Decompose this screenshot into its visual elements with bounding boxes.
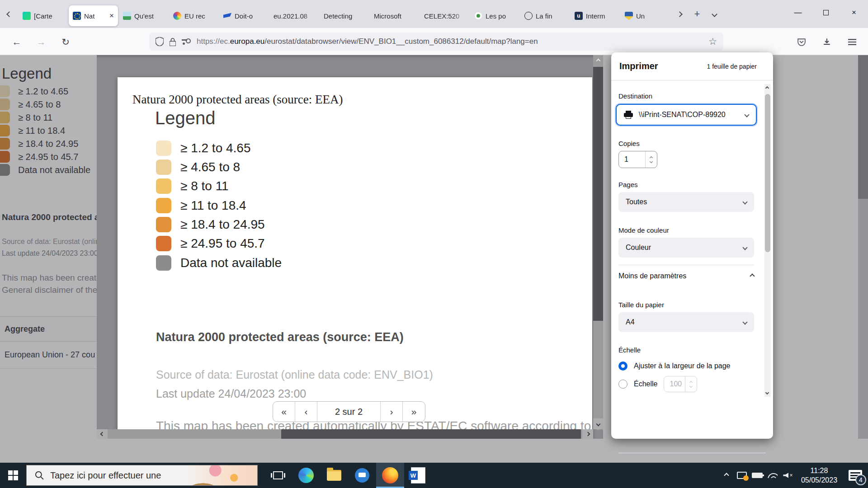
crest-favicon bbox=[625, 12, 633, 20]
list-all-tabs-button[interactable] bbox=[706, 5, 723, 23]
scale-radio-row[interactable]: Échelle 100 bbox=[618, 376, 697, 392]
print-preview-panel: Natura 2000 protected areas (source: EEA… bbox=[97, 55, 603, 439]
tab-doit[interactable]: Doit-o bbox=[219, 5, 269, 26]
scale-stepper[interactable] bbox=[685, 376, 697, 392]
wifi-tray-icon[interactable] bbox=[765, 463, 780, 488]
muted-speaker-tray-icon[interactable]: × bbox=[780, 463, 796, 488]
bookmark-star-icon[interactable]: ☆ bbox=[708, 36, 717, 47]
copies-stepper[interactable] bbox=[645, 151, 657, 168]
tab-la-fin[interactable]: La fin bbox=[520, 5, 570, 26]
teams-button[interactable] bbox=[348, 463, 376, 488]
scroll-left-arrow[interactable] bbox=[97, 429, 108, 439]
url-bar[interactable]: https://ec.europa.eu/eurostat/databrowse… bbox=[149, 33, 723, 51]
edge-taskbar-button[interactable] bbox=[292, 463, 320, 488]
legend-item: ≥ 18.4 to 24.95 bbox=[156, 215, 265, 234]
shield-icon[interactable] bbox=[156, 37, 164, 46]
divider bbox=[618, 453, 766, 453]
minimize-button[interactable]: — bbox=[784, 0, 812, 25]
tab-label: EU rec bbox=[184, 12, 214, 20]
tab-label: [Carte bbox=[34, 12, 64, 20]
tab-scroll-right-button[interactable] bbox=[670, 0, 689, 28]
preview-legend-title: Legend bbox=[155, 108, 215, 128]
firefox-button-active[interactable] bbox=[376, 463, 404, 488]
sheet-count-label: 1 feuille de papier bbox=[707, 63, 757, 70]
pager-page-label: 2 sur 2 bbox=[317, 402, 381, 422]
pager-last-button[interactable]: » bbox=[403, 402, 425, 422]
scroll-down-arrow[interactable] bbox=[593, 418, 603, 429]
less-settings-toggle[interactable]: Moins de paramètres bbox=[618, 268, 754, 284]
download-icon[interactable] bbox=[819, 34, 835, 50]
tab-label: Interm bbox=[586, 12, 616, 20]
dialog-scrollbar-thumb[interactable] bbox=[765, 94, 770, 252]
radio-unselected-icon[interactable] bbox=[618, 380, 627, 389]
pocket-icon[interactable] bbox=[794, 34, 809, 50]
reload-button[interactable]: ↻ bbox=[58, 34, 73, 50]
scale-option-label: Échelle bbox=[634, 380, 657, 388]
legend-swatch bbox=[156, 160, 171, 175]
scroll-up-arrow[interactable] bbox=[765, 86, 769, 90]
notification-center-button[interactable]: 4 bbox=[843, 463, 868, 488]
tab-detecting[interactable]: Detecting bbox=[320, 5, 369, 26]
tab-close-icon[interactable]: × bbox=[109, 11, 114, 20]
menu-hamburger-icon[interactable] bbox=[844, 34, 860, 50]
tray-expand-button[interactable] bbox=[719, 463, 734, 488]
screen: [Carte Nat× Qu'est EU rec Doit-o eu.2021… bbox=[0, 0, 868, 488]
display-sync-tray-icon[interactable] bbox=[734, 463, 750, 488]
file-explorer-button[interactable] bbox=[320, 463, 348, 488]
tab-un[interactable]: Un bbox=[621, 5, 670, 26]
scale-input[interactable]: 100 bbox=[664, 376, 697, 392]
tab-quest[interactable]: Qu'est bbox=[119, 5, 168, 26]
tab-eu-rec[interactable]: EU rec bbox=[169, 5, 218, 26]
back-button[interactable]: ← bbox=[9, 34, 24, 50]
dialog-scrollbar[interactable] bbox=[764, 84, 771, 397]
taskbar-clock[interactable]: 11:28 05/05/2023 bbox=[796, 466, 843, 485]
task-view-button[interactable] bbox=[264, 463, 292, 488]
tab-carte[interactable]: [Carte bbox=[19, 5, 68, 26]
paper-size-select[interactable]: A4 bbox=[618, 312, 754, 332]
destination-select[interactable]: \\iPrint-SENAT\COP-89920 bbox=[616, 104, 757, 126]
forward-button[interactable]: → bbox=[33, 34, 49, 50]
tab-scroll-left-button[interactable] bbox=[0, 0, 18, 28]
battery-tray-icon[interactable] bbox=[750, 463, 765, 488]
permissions-icon[interactable] bbox=[182, 38, 191, 45]
tab-interm[interactable]: uInterm bbox=[571, 5, 620, 26]
scroll-down-arrow[interactable] bbox=[765, 391, 769, 394]
preview-vertical-scrollbar[interactable] bbox=[593, 55, 603, 429]
preview-source-line: Source of data: Eurostat (online data co… bbox=[156, 368, 433, 381]
tab-label: eu.2021.08 bbox=[274, 12, 315, 20]
tab-natura-active[interactable]: Nat× bbox=[69, 5, 118, 26]
print-preview-page: Natura 2000 protected areas (source: EEA… bbox=[118, 77, 592, 439]
maximize-button[interactable] bbox=[812, 0, 840, 25]
scroll-up-arrow[interactable] bbox=[593, 55, 603, 66]
paper-size-value: A4 bbox=[626, 318, 635, 326]
pager-next-button[interactable]: › bbox=[381, 402, 403, 422]
preview-last-update: Last update 24/04/2023 23:00 bbox=[156, 387, 306, 400]
preview-horizontal-scrollbar[interactable] bbox=[97, 429, 593, 439]
tab-eu2021[interactable]: eu.2021.08 bbox=[269, 5, 319, 26]
pages-select[interactable]: Toutes bbox=[618, 192, 754, 212]
preview-map-title: Natura 2000 protected areas (source: EEA… bbox=[156, 330, 404, 344]
pages-value: Toutes bbox=[626, 198, 647, 206]
scroll-right-arrow[interactable] bbox=[582, 429, 593, 439]
tab-les-po[interactable]: Les po bbox=[470, 5, 519, 26]
chevron-down-icon bbox=[712, 11, 717, 17]
close-button[interactable]: × bbox=[840, 0, 868, 25]
radio-selected-icon[interactable] bbox=[618, 361, 627, 371]
new-tab-button[interactable]: + bbox=[689, 5, 706, 23]
start-button[interactable] bbox=[0, 463, 26, 488]
pager-first-button[interactable]: « bbox=[273, 402, 295, 422]
destination-label: Destination bbox=[618, 92, 652, 100]
copies-input[interactable]: 1 bbox=[618, 151, 657, 168]
preview-hscroll-thumb[interactable] bbox=[281, 429, 581, 439]
lock-icon[interactable] bbox=[170, 38, 176, 46]
word-button[interactable] bbox=[404, 463, 432, 488]
fit-width-radio-row[interactable]: Ajuster à la largeur de la page bbox=[618, 361, 730, 371]
taskbar-search-box[interactable]: Tapez ici pour effectuer une bbox=[26, 465, 258, 486]
pager-prev-button[interactable]: ‹ bbox=[295, 402, 317, 422]
tab-celex[interactable]: CELEX:520 bbox=[420, 5, 469, 26]
eu-flag-favicon bbox=[73, 12, 81, 20]
preview-vscroll-thumb[interactable] bbox=[593, 67, 603, 321]
color-mode-select[interactable]: Couleur bbox=[618, 238, 754, 258]
pages-label: Pages bbox=[618, 181, 638, 188]
tab-microsoft[interactable]: Microsoft bbox=[370, 5, 419, 26]
